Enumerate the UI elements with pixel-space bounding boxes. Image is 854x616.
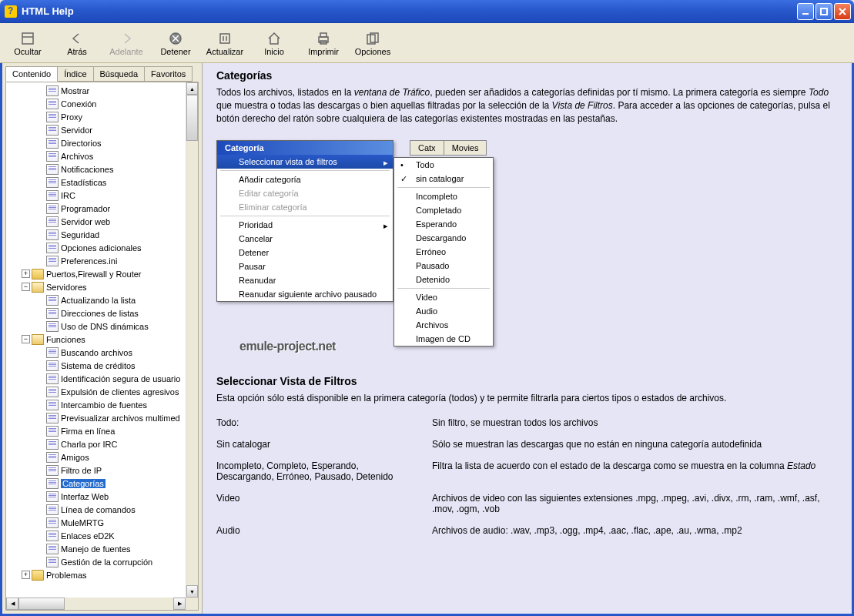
topic-tree[interactable]: Mostrar Conexión Proxy Servidor Director… [6,82,198,583]
tree-item[interactable]: Conexión [6,97,198,110]
folder-open-icon [32,334,44,345]
tree-item[interactable]: −Funciones [6,333,198,346]
vertical-scrollbar[interactable]: ▲ ▼ [186,82,198,598]
menu-item: Añadir categoría [217,172,393,186]
tree-item[interactable]: Uso de DNS dinámicas [6,320,198,333]
tree-item[interactable]: +Problemas [6,568,198,581]
stop-button[interactable]: Detener [151,25,200,61]
scroll-down-button[interactable]: ▼ [186,585,198,598]
expand-icon[interactable]: + [22,270,30,278]
tree-item[interactable]: Seguridad [6,228,198,241]
tree-item[interactable]: Actualizando la lista [6,293,198,306]
page-icon [46,125,59,136]
scroll-right-button[interactable]: ▶ [173,598,186,610]
tree-item[interactable]: Filtro de IP [6,464,198,477]
tree-item[interactable]: Buscando archivos [6,346,198,359]
tab-contents[interactable]: Contenido [5,66,58,82]
submenu-item: Video [394,290,493,304]
tree-item[interactable]: Línea de comandos [6,503,198,516]
tree-item[interactable]: Interfaz Web [6,490,198,503]
maximize-button[interactable] [815,3,832,20]
tree-label: Expulsión de clientes agresivos [61,387,179,397]
print-button[interactable]: Imprimir [299,25,348,61]
menu-header: Categoría [217,141,393,155]
def-term: Audio [216,525,432,536]
options-button[interactable]: Opciones [348,25,397,61]
tree-item[interactable]: Expulsión de clientes agresivos [6,385,198,398]
tree-item[interactable]: Servidor web [6,215,198,228]
svg-rect-9 [220,34,229,43]
tree-item[interactable]: Gestión de la corrupción [6,555,198,568]
page-icon [46,439,59,450]
tree-item[interactable]: Enlaces eD2K [6,529,198,542]
page-icon [46,85,59,96]
tree-item[interactable]: Preferences.ini [6,254,198,267]
scroll-left-button[interactable]: ◀ [6,598,18,610]
tree-label: Directorios [61,139,102,148]
tree-item[interactable]: Manejo de fuentes [6,542,198,555]
tree-item[interactable]: IRC [6,189,198,202]
tree-item[interactable]: Directorios [6,136,198,149]
tree-label: Estadísticas [61,178,106,187]
page-icon [46,426,59,437]
page-icon [46,164,59,175]
page-icon [46,321,59,332]
menu-item-select-filter: Seleccionar vista de filtros▸ [217,155,393,169]
forward-button: Adelante [102,25,151,61]
tab-index[interactable]: Índice [57,66,93,82]
tab-search[interactable]: Búsqueda [93,66,146,82]
tree-item[interactable]: Mostrar [6,84,198,97]
horizontal-scrollbar[interactable]: ◀ ▶ [6,598,186,610]
menu-item: Prioridad▸ [217,218,393,232]
page-icon [46,308,59,319]
collapse-icon[interactable]: − [22,335,30,343]
tree-item[interactable]: MuleMRTG [6,516,198,529]
page-icon [46,373,59,384]
tree-item[interactable]: Charla por IRC [6,437,198,450]
tree-item[interactable]: Sistema de créditos [6,359,198,372]
submenu-item: ✓sin catalogar [394,172,493,186]
menu-item: Reanudar [217,273,393,287]
minimize-button[interactable] [797,3,814,20]
home-button[interactable]: Inicio [250,25,299,61]
refresh-button[interactable]: Actualizar [200,25,250,61]
tree-item[interactable]: Previsualizar archivos multimed [6,411,198,424]
scroll-corner [186,598,198,610]
tree-item[interactable]: Identificación segura de usuario [6,372,198,385]
def-term: Todo: [216,417,432,428]
forward-icon [118,30,135,47]
tree-label: MuleMRTG [61,518,104,527]
tab-favorites[interactable]: Favoritos [144,66,193,82]
scroll-up-button[interactable]: ▲ [186,82,198,95]
tree-item[interactable]: Firma en línea [6,424,198,437]
tree-item[interactable]: Notificaciones [6,162,198,176]
tree-item[interactable]: +Puertos,Firewall y Router [6,267,198,280]
tree-item[interactable]: Programador [6,202,198,215]
tree-item-selected[interactable]: Categorías [6,477,198,490]
hide-button[interactable]: Ocultar [3,25,52,61]
screenshot-image: Catx Movies Categoría Seleccionar vista … [216,132,494,360]
tree-item[interactable]: Amigos [6,450,198,464]
back-button[interactable]: Atrás [52,25,102,61]
tree-item[interactable]: Proxy [6,110,198,123]
tree-item[interactable]: −Servidores [6,280,198,293]
def-desc: Sólo se muestran las descargas que no es… [432,439,838,450]
def-term: Incompleto, Completo, Esperando, Descarg… [216,460,432,482]
content-pane[interactable]: Categorías Todos los archivos, listados … [203,63,852,614]
tree-label: Mostrar [61,86,89,95]
submenu-item: Archivos [394,318,493,332]
tree-item[interactable]: Intercambio de fuentes [6,398,198,411]
close-button[interactable] [834,3,851,20]
tree-item[interactable]: Opciones adicionales [6,241,198,254]
tree-item[interactable]: Direcciones de listas [6,306,198,320]
scroll-thumb[interactable] [186,95,198,141]
tree-item[interactable]: Estadísticas [6,176,198,189]
collapse-icon[interactable]: − [22,283,30,291]
tree-item[interactable]: Archivos [6,149,198,162]
tree-item[interactable]: Servidor [6,123,198,136]
navigation-pane: Contenido Índice Búsqueda Favoritos Most… [2,63,203,614]
expand-icon[interactable]: + [22,571,30,579]
scroll-thumb-h[interactable] [18,598,65,610]
home-icon [266,30,283,47]
menu-item: Detener [217,246,393,259]
